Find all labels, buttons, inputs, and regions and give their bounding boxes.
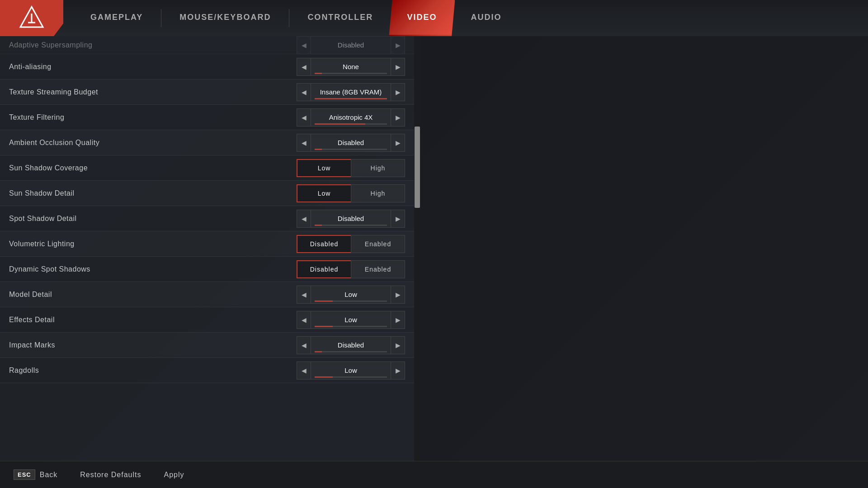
prev-btn-spot-shadow-detail[interactable]: ◀ bbox=[297, 210, 311, 228]
apply-label: Apply bbox=[164, 471, 184, 479]
arrow-control-anti-aliasing: ◀None▶ bbox=[297, 58, 405, 76]
setting-row-ragdolls: Ragdolls◀Low▶ bbox=[0, 358, 414, 383]
value-bar-impact-marks bbox=[315, 351, 387, 352]
partial-control: ◀ Disabled ▶ bbox=[297, 36, 405, 54]
restore-label: Restore Defaults bbox=[80, 471, 141, 479]
value-text-texture-streaming: Insane (8GB VRAM) bbox=[320, 88, 382, 96]
back-button[interactable]: ESC Back bbox=[14, 469, 57, 480]
back-label: Back bbox=[40, 471, 58, 479]
control-sun-shadow-detail: LowHigh bbox=[297, 184, 405, 202]
value-bar-fill-texture-streaming bbox=[315, 98, 387, 99]
arrow-control-effects-detail: ◀Low▶ bbox=[297, 311, 405, 329]
arrow-control-texture-streaming: ◀Insane (8GB VRAM)▶ bbox=[297, 83, 405, 101]
setting-row-anti-aliasing: Anti-aliasing◀None▶ bbox=[0, 54, 414, 80]
value-display-ragdolls: Low bbox=[311, 361, 391, 380]
value-text-texture-filtering: Anisotropic 4X bbox=[329, 113, 373, 121]
value-bar-fill-anti-aliasing bbox=[315, 73, 322, 74]
control-texture-streaming: ◀Insane (8GB VRAM)▶ bbox=[297, 83, 405, 101]
value-bar-texture-streaming bbox=[315, 98, 387, 99]
partial-label: Adaptive Supersampling bbox=[9, 41, 297, 49]
value-bar-fill-ambient-occlusion bbox=[315, 149, 322, 150]
value-display-spot-shadow-detail: Disabled bbox=[311, 210, 391, 228]
next-btn-ragdolls[interactable]: ▶ bbox=[391, 361, 405, 380]
label-volumetric-lighting: Volumetric Lighting bbox=[9, 240, 297, 248]
toggle-btn-volumetric-lighting-0[interactable]: Disabled bbox=[297, 235, 351, 253]
arrow-control-ragdolls: ◀Low▶ bbox=[297, 361, 405, 380]
value-text-model-detail: Low bbox=[344, 291, 357, 298]
control-ambient-occlusion: ◀Disabled▶ bbox=[297, 134, 405, 152]
value-display-texture-filtering: Anisotropic 4X bbox=[311, 108, 391, 127]
prev-btn-texture-filtering[interactable]: ◀ bbox=[297, 108, 311, 127]
prev-btn-model-detail[interactable]: ◀ bbox=[297, 286, 311, 304]
value-text-spot-shadow-detail: Disabled bbox=[338, 215, 364, 222]
tab-video[interactable]: VIDEO bbox=[389, 0, 455, 36]
label-dynamic-spot-shadows: Dynamic Spot Shadows bbox=[9, 265, 297, 273]
value-bar-spot-shadow-detail bbox=[315, 225, 387, 226]
esc-key: ESC bbox=[14, 469, 35, 480]
toggle-btn-sun-shadow-detail-0[interactable]: Low bbox=[297, 184, 351, 202]
value-text-ragdolls: Low bbox=[344, 366, 357, 374]
next-btn-model-detail[interactable]: ▶ bbox=[391, 286, 405, 304]
prev-btn-ragdolls[interactable]: ◀ bbox=[297, 361, 311, 380]
next-btn-effects-detail[interactable]: ▶ bbox=[391, 311, 405, 329]
partial-prev-btn[interactable]: ◀ bbox=[297, 36, 311, 54]
value-bar-effects-detail bbox=[315, 326, 387, 327]
setting-row-ambient-occlusion: Ambient Occlusion Quality◀Disabled▶ bbox=[0, 130, 414, 155]
prev-btn-effects-detail[interactable]: ◀ bbox=[297, 311, 311, 329]
value-display-effects-detail: Low bbox=[311, 311, 391, 329]
restore-defaults-button[interactable]: Restore Defaults bbox=[80, 471, 141, 479]
value-bar-fill-effects-detail bbox=[315, 326, 333, 327]
label-texture-filtering: Texture Filtering bbox=[9, 113, 297, 122]
setting-row-volumetric-lighting: Volumetric LightingDisabledEnabled bbox=[0, 231, 414, 257]
value-text-anti-aliasing: None bbox=[343, 63, 359, 70]
control-impact-marks: ◀Disabled▶ bbox=[297, 336, 405, 354]
logo-area bbox=[0, 0, 63, 36]
setting-row-dynamic-spot-shadows: Dynamic Spot ShadowsDisabledEnabled bbox=[0, 257, 414, 282]
arrow-control-texture-filtering: ◀Anisotropic 4X▶ bbox=[297, 108, 405, 127]
next-btn-texture-filtering[interactable]: ▶ bbox=[391, 108, 405, 127]
scrollbar[interactable] bbox=[414, 36, 420, 461]
control-model-detail: ◀Low▶ bbox=[297, 286, 405, 304]
tab-controller[interactable]: CONTROLLER bbox=[289, 0, 391, 36]
setting-row-spot-shadow-detail: Spot Shadow Detail◀Disabled▶ bbox=[0, 206, 414, 231]
value-bar-fill-texture-filtering bbox=[315, 123, 365, 125]
scrollbar-thumb[interactable] bbox=[415, 127, 420, 208]
settings-list: Adaptive Supersampling ◀ Disabled ▶ Anti… bbox=[0, 36, 414, 383]
next-btn-ambient-occlusion[interactable]: ▶ bbox=[391, 134, 405, 152]
control-texture-filtering: ◀Anisotropic 4X▶ bbox=[297, 108, 405, 127]
next-btn-impact-marks[interactable]: ▶ bbox=[391, 336, 405, 354]
partial-value: Disabled bbox=[311, 36, 391, 54]
next-btn-texture-streaming[interactable]: ▶ bbox=[391, 83, 405, 101]
toggle-btn-dynamic-spot-shadows-0[interactable]: Disabled bbox=[297, 260, 351, 278]
nav-tabs: GAMEPLAY MOUSE/KEYBOARD CONTROLLER VIDEO… bbox=[72, 0, 519, 36]
value-bar-ambient-occlusion bbox=[315, 149, 387, 150]
toggle-btn-sun-shadow-coverage-1[interactable]: High bbox=[351, 159, 405, 177]
prev-btn-impact-marks[interactable]: ◀ bbox=[297, 336, 311, 354]
tab-gameplay[interactable]: GAMEPLAY bbox=[72, 0, 161, 36]
tab-mouse-keyboard[interactable]: MOUSE/KEYBOARD bbox=[161, 0, 289, 36]
prev-btn-ambient-occlusion[interactable]: ◀ bbox=[297, 134, 311, 152]
label-model-detail: Model Detail bbox=[9, 291, 297, 299]
value-bar-fill-spot-shadow-detail bbox=[315, 225, 322, 226]
label-effects-detail: Effects Detail bbox=[9, 316, 297, 324]
top-nav: GAMEPLAY MOUSE/KEYBOARD CONTROLLER VIDEO… bbox=[0, 0, 868, 36]
toggle-control-sun-shadow-coverage: LowHigh bbox=[297, 159, 405, 177]
partial-next-btn[interactable]: ▶ bbox=[391, 36, 405, 54]
toggle-btn-sun-shadow-coverage-0[interactable]: Low bbox=[297, 159, 351, 177]
setting-row-model-detail: Model Detail◀Low▶ bbox=[0, 282, 414, 307]
toggle-btn-sun-shadow-detail-1[interactable]: High bbox=[351, 184, 405, 202]
label-spot-shadow-detail: Spot Shadow Detail bbox=[9, 215, 297, 223]
label-anti-aliasing: Anti-aliasing bbox=[9, 63, 297, 71]
next-btn-anti-aliasing[interactable]: ▶ bbox=[391, 58, 405, 76]
next-btn-spot-shadow-detail[interactable]: ▶ bbox=[391, 210, 405, 228]
setting-row-texture-streaming: Texture Streaming Budget◀Insane (8GB VRA… bbox=[0, 80, 414, 105]
prev-btn-anti-aliasing[interactable]: ◀ bbox=[297, 58, 311, 76]
prev-btn-texture-streaming[interactable]: ◀ bbox=[297, 83, 311, 101]
value-display-ambient-occlusion: Disabled bbox=[311, 134, 391, 152]
toggle-btn-volumetric-lighting-1[interactable]: Enabled bbox=[351, 235, 405, 253]
value-bar-fill-ragdolls bbox=[315, 376, 333, 378]
label-impact-marks: Impact Marks bbox=[9, 341, 297, 349]
toggle-btn-dynamic-spot-shadows-1[interactable]: Enabled bbox=[351, 260, 405, 278]
tab-audio[interactable]: AUDIO bbox=[453, 0, 519, 36]
apply-button[interactable]: Apply bbox=[164, 471, 184, 479]
